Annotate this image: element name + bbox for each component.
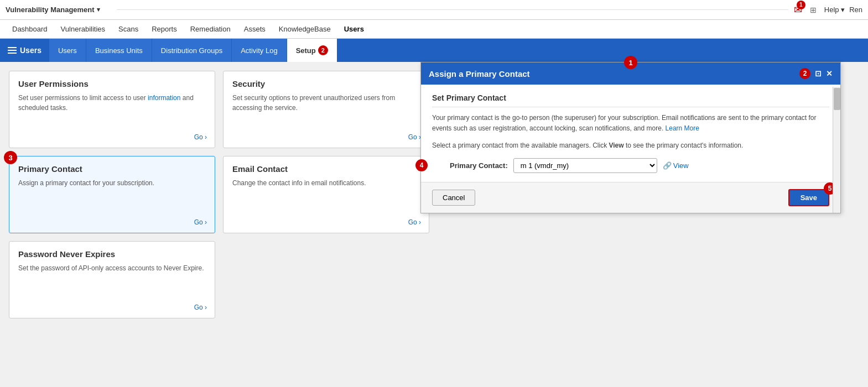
nav-item-dashboard[interactable]: Dashboard — [6, 20, 54, 38]
card-primary-contact-title: Primary Contact — [18, 164, 206, 174]
notification-count: 1 — [797, 1, 805, 9]
user-permissions-link[interactable]: information — [148, 94, 180, 102]
nav-item-reports[interactable]: Reports — [145, 20, 184, 38]
card-email-contact-go[interactable]: Go › — [408, 218, 421, 226]
save-button[interactable]: Save — [788, 189, 829, 206]
panel-text-2: Select a primary contact from the availa… — [432, 140, 829, 151]
nav-item-knowledgebase[interactable]: KnowledgeBase — [272, 20, 337, 38]
card-security-title: Security — [232, 79, 420, 88]
tab-users-label: Users — [58, 46, 77, 55]
nav-item-remediation[interactable]: Remediation — [184, 20, 237, 38]
tab-setup-label: Setup — [296, 46, 316, 55]
card-user-permissions-go[interactable]: Go › — [194, 133, 207, 141]
card-primary-contact-go[interactable]: Go › — [194, 218, 207, 226]
tab-business-units[interactable]: Business Units — [86, 39, 152, 62]
scrollbar-thumb[interactable] — [834, 88, 840, 110]
nav-item-users[interactable]: Users — [337, 20, 371, 38]
panel-body: Set Primary Contact Your primary contact… — [421, 85, 840, 182]
card-security-go[interactable]: Go › — [408, 133, 421, 141]
card-password-never-expires-go[interactable]: Go › — [194, 304, 207, 311]
primary-contact-label: Primary Contact: — [450, 161, 508, 170]
notification-bell[interactable]: ✉ 1 — [794, 4, 802, 16]
top-bar: Vulnerability Management ▾ ✉ 1 ⊞ Help ▾ … — [0, 0, 868, 20]
card-user-permissions-title: User Permissions — [18, 79, 206, 88]
tab-users[interactable]: Users — [49, 39, 86, 62]
card-user-permissions-desc: Set user permissions to limit access to … — [18, 93, 206, 113]
step-badge-1: 1 — [624, 56, 637, 69]
panel-title: Assign a Primary Contact — [429, 69, 530, 79]
step-badge-3: 3 — [4, 151, 17, 164]
card-email-contact[interactable]: Email Contact Change the contact info in… — [223, 156, 429, 233]
tab-distribution-groups[interactable]: Distribution Groups — [152, 39, 232, 62]
primary-contact-select[interactable]: m 1 (vmdr_my) Option 2 — [513, 158, 657, 173]
card-password-never-expires-title: Password Never Expires — [18, 249, 206, 259]
panel-section-title: Set Primary Contact — [432, 93, 829, 107]
setup-badge: 2 — [318, 45, 328, 55]
card-email-contact-desc: Change the contact info in email notific… — [232, 178, 420, 188]
hamburger-icon[interactable] — [8, 47, 17, 54]
primary-contact-field: 4 Primary Contact: m 1 (vmdr_my) Option … — [432, 158, 829, 173]
subnav-title: Users — [0, 46, 49, 55]
assign-primary-contact-panel: 1 Assign a Primary Contact 2 ⊡ ✕ Set Pri… — [420, 62, 841, 213]
cards-section: User Permissions Set user permissions to… — [9, 71, 429, 318]
card-password-never-expires-desc: Set the password of API-only access acco… — [18, 263, 206, 273]
panel-header-buttons: 2 ⊡ ✕ — [799, 68, 833, 79]
card-primary-contact[interactable]: 3 Primary Contact Assign a primary conta… — [9, 156, 215, 233]
app-title-text: Vulnerability Management — [6, 6, 95, 14]
main-content: User Permissions Set user permissions to… — [0, 62, 868, 327]
app-title[interactable]: Vulnerability Management ▾ — [6, 6, 100, 14]
subnav-title-text: Users — [20, 46, 41, 55]
sub-nav: Users Users Business Units Distribution … — [0, 39, 868, 62]
card-email-contact-title: Email Contact — [232, 164, 420, 174]
panel-footer: Cancel 5 Save — [421, 182, 840, 213]
help-button[interactable]: Help ▾ — [824, 6, 845, 14]
user-menu[interactable]: Ren — [849, 6, 862, 14]
card-user-permissions[interactable]: User Permissions Set user permissions to… — [9, 71, 215, 148]
step-badge-4: 4 — [415, 159, 428, 171]
tab-activity-log-label: Activity Log — [241, 46, 277, 55]
nav-bar: Dashboard Vulnerabilities Scans Reports … — [0, 20, 868, 39]
dropdown-icon[interactable]: ▾ — [97, 6, 100, 13]
view-label: View — [673, 161, 689, 170]
card-primary-contact-desc: Assign a primary contact for your subscr… — [18, 178, 206, 188]
nav-item-vulnerabilities[interactable]: Vulnerabilities — [54, 20, 112, 38]
card-security[interactable]: Security Set security options to prevent… — [223, 71, 429, 148]
tab-activity-log[interactable]: Activity Log — [232, 39, 287, 62]
view-link[interactable]: 🔗 View — [663, 161, 689, 170]
panel-text-1: Your primary contact is the go-to person… — [432, 113, 829, 134]
cancel-button[interactable]: Cancel — [432, 190, 475, 206]
card-security-desc: Set security options to prevent unauthor… — [232, 93, 420, 113]
panel-scrollbar[interactable] — [833, 87, 840, 213]
learn-more-link[interactable]: Learn More — [666, 124, 699, 132]
tab-setup[interactable]: Setup 2 — [287, 39, 337, 62]
panel-expand-button[interactable]: ⊡ — [815, 69, 822, 78]
tab-distribution-groups-label: Distribution Groups — [161, 46, 222, 55]
top-right-controls: ✉ 1 ⊞ Help ▾ Ren — [794, 3, 862, 17]
nav-item-scans[interactable]: Scans — [112, 20, 145, 38]
nav-item-assets[interactable]: Assets — [237, 20, 272, 38]
step-badge-2: 2 — [799, 68, 810, 79]
window-icon[interactable]: ⊞ — [807, 3, 820, 17]
card-password-never-expires[interactable]: Password Never Expires Set the password … — [9, 241, 215, 318]
panel-close-button[interactable]: ✕ — [826, 69, 833, 78]
link-icon: 🔗 — [663, 161, 672, 170]
tab-business-units-label: Business Units — [95, 46, 143, 55]
